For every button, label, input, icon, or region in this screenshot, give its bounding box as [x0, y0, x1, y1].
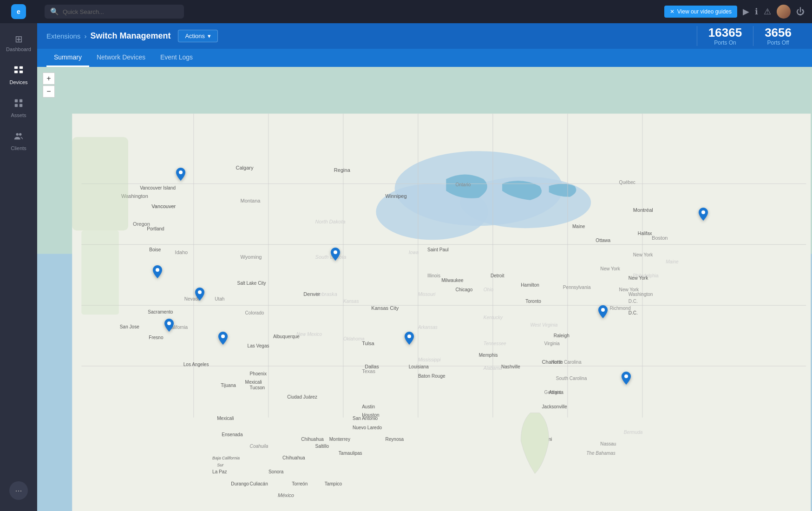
svg-text:Halifax: Halifax	[638, 231, 652, 236]
svg-text:New York: New York	[629, 275, 648, 281]
svg-text:New York: New York	[600, 266, 620, 271]
sidebar-nav: ⊞ Dashboard Devices	[0, 23, 37, 481]
svg-text:Ontario: Ontario	[455, 182, 471, 187]
play-icon[interactable]: ▶	[743, 7, 749, 17]
svg-text:Austin: Austin	[362, 404, 375, 409]
svg-rect-118	[81, 230, 119, 314]
ports-off-stat: 3656 Ports Off	[753, 26, 803, 46]
map-marker-seattle[interactable]	[176, 168, 185, 183]
alert-icon[interactable]: ⚠	[764, 7, 771, 17]
info-icon[interactable]: ℹ	[755, 7, 758, 17]
svg-rect-117	[72, 137, 128, 230]
sidebar-item-assets[interactable]: Assets	[0, 92, 37, 124]
svg-text:Los Angeles: Los Angeles	[183, 362, 209, 367]
svg-text:Ohio: Ohio	[484, 287, 494, 292]
svg-text:Arkansas: Arkansas	[418, 325, 438, 330]
header-bar: Extensions › Switch Management Actions ▾…	[37, 23, 812, 49]
svg-text:Sur: Sur	[217, 463, 224, 467]
breadcrumb-parent[interactable]: Extensions	[46, 32, 80, 40]
svg-text:Culiacán: Culiacán	[250, 481, 268, 486]
map-marker-los-angeles[interactable]	[164, 319, 174, 334]
map-marker-jacksonville[interactable]	[622, 372, 631, 387]
svg-text:South Carolina: South Carolina	[556, 376, 587, 381]
more-icon: ···	[15, 486, 22, 496]
sidebar-item-devices[interactable]: Devices	[0, 59, 37, 92]
map-marker-sacramento[interactable]	[153, 265, 162, 280]
svg-text:Coahuila: Coahuila	[250, 444, 268, 449]
sidebar-item-clients[interactable]: Clients	[0, 124, 37, 157]
svg-text:México: México	[278, 492, 294, 498]
svg-text:Nassau: Nassau	[600, 441, 616, 446]
search-input[interactable]	[63, 8, 178, 15]
svg-text:New Mexico: New Mexico	[296, 332, 322, 337]
svg-text:Tijuana: Tijuana	[221, 383, 236, 388]
svg-point-9	[19, 133, 21, 136]
tab-event-logs[interactable]: Event Logs	[153, 49, 200, 67]
sidebar-more-button[interactable]: ···	[9, 481, 28, 500]
map-marker-boston[interactable]	[699, 208, 708, 223]
nav-tabs: Summary Network Devices Event Logs	[37, 49, 812, 67]
svg-text:Reynosa: Reynosa	[385, 437, 404, 442]
svg-text:Québec: Québec	[619, 180, 635, 185]
ports-off-count: 3656	[765, 26, 792, 39]
sidebar-item-dashboard[interactable]: ⊞ Dashboard	[0, 28, 37, 59]
ports-on-stat: 16365 Ports On	[697, 26, 753, 46]
svg-text:Missouri: Missouri	[418, 292, 436, 297]
svg-text:Jacksonville: Jacksonville	[542, 404, 568, 409]
sidebar-item-clients-label: Clients	[11, 145, 26, 151]
svg-text:Bermuda: Bermuda	[624, 430, 643, 435]
svg-text:Maine: Maine	[666, 259, 679, 264]
svg-text:Ensenada: Ensenada	[222, 432, 243, 437]
svg-text:Nashville: Nashville	[501, 364, 520, 369]
sidebar-item-dashboard-label: Dashboard	[6, 46, 31, 52]
svg-rect-7	[20, 104, 22, 107]
svg-text:Raleigh: Raleigh	[554, 333, 570, 338]
svg-point-141	[156, 268, 159, 272]
svg-text:Kentucky: Kentucky	[484, 315, 503, 320]
svg-rect-0	[14, 66, 18, 69]
svg-text:Monterrey: Monterrey	[329, 437, 350, 442]
tab-event-logs-label: Event Logs	[160, 53, 193, 61]
svg-point-146	[407, 334, 411, 338]
svg-text:Las Vegas: Las Vegas	[248, 343, 269, 348]
map-marker-las-vegas[interactable]	[195, 288, 204, 302]
map-marker-phoenix[interactable]	[218, 332, 228, 347]
zoom-in-button[interactable]: +	[43, 72, 55, 85]
svg-text:Wyoming: Wyoming	[241, 254, 262, 260]
power-icon[interactable]: ⏻	[796, 7, 805, 17]
tab-network-devices[interactable]: Network Devices	[89, 49, 153, 67]
svg-point-8	[16, 133, 19, 136]
tab-summary-label: Summary	[54, 53, 82, 61]
svg-point-148	[624, 374, 628, 378]
svg-text:Pennsylvania: Pennsylvania	[563, 285, 591, 290]
zoom-out-button[interactable]: −	[43, 85, 55, 98]
svg-text:Boston: Boston	[652, 235, 668, 241]
svg-rect-5	[20, 99, 22, 102]
svg-text:Ottawa: Ottawa	[596, 238, 610, 243]
view-guides-button[interactable]: ✕ View our video guides	[664, 6, 737, 18]
actions-button[interactable]: Actions ▾	[178, 30, 218, 42]
svg-text:Iowa: Iowa	[409, 250, 419, 255]
svg-text:New York: New York	[633, 252, 653, 257]
map-marker-denver[interactable]	[331, 248, 340, 262]
ports-off-label: Ports Off	[765, 39, 792, 46]
devices-icon	[13, 65, 24, 77]
svg-point-143	[198, 290, 202, 294]
map-marker-dallas[interactable]	[405, 332, 414, 347]
svg-rect-1	[20, 66, 23, 69]
svg-text:Chihuahua: Chihuahua	[282, 455, 305, 460]
map-marker-charlotte[interactable]	[598, 305, 608, 320]
svg-rect-6	[15, 104, 18, 107]
svg-text:Illinois: Illinois	[427, 273, 440, 278]
search-box[interactable]: 🔍	[45, 5, 184, 19]
svg-text:Memphis: Memphis	[479, 353, 498, 358]
svg-text:Detroit: Detroit	[491, 273, 504, 278]
avatar[interactable]	[777, 5, 791, 19]
svg-text:Tamaulipas: Tamaulipas	[339, 451, 362, 456]
topbar-actions: ✕ View our video guides ▶ ℹ ⚠ ⏻	[664, 5, 805, 19]
svg-rect-2	[14, 71, 18, 73]
actions-chevron-icon: ▾	[208, 33, 211, 39]
tab-summary[interactable]: Summary	[46, 49, 89, 67]
ports-on-label: Ports On	[708, 39, 742, 46]
dashboard-icon: ⊞	[15, 34, 23, 44]
